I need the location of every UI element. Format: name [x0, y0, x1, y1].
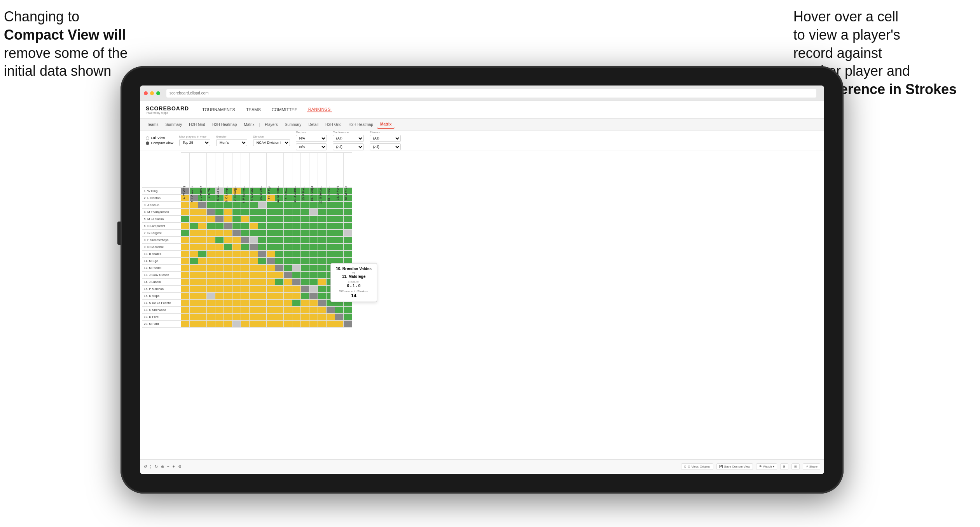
matrix-cell[interactable]	[275, 209, 284, 216]
matrix-cell[interactable]	[292, 209, 301, 216]
matrix-cell[interactable]	[309, 265, 318, 272]
matrix-cell[interactable]	[198, 216, 207, 223]
matrix-cell[interactable]	[224, 209, 232, 216]
matrix-scroll-area[interactable]: 1. W Ding 2. L Clanton 3. J Koivun 4. M …	[140, 150, 824, 459]
matrix-cell[interactable]	[190, 286, 198, 293]
matrix-cell[interactable]	[267, 244, 275, 251]
matrix-cell[interactable]	[284, 279, 292, 286]
matrix-cell[interactable]	[215, 244, 224, 251]
matrix-cell[interactable]	[215, 223, 224, 230]
matrix-cell[interactable]	[224, 230, 232, 237]
matrix-cell[interactable]	[275, 272, 284, 279]
matrix-cell[interactable]	[207, 244, 215, 251]
matrix-cell[interactable]	[250, 251, 258, 258]
matrix-cell[interactable]	[207, 314, 215, 321]
matrix-cell[interactable]	[232, 307, 241, 314]
matrix-cell[interactable]	[284, 314, 292, 321]
matrix-cell[interactable]	[275, 258, 284, 265]
matrix-cell[interactable]	[335, 237, 344, 244]
matrix-cell[interactable]	[275, 279, 284, 286]
matrix-cell[interactable]	[241, 251, 250, 258]
matrix-cell[interactable]	[207, 237, 215, 244]
matrix-cell[interactable]	[224, 321, 232, 328]
matrix-cell[interactable]	[309, 258, 318, 265]
matrix-cell[interactable]	[284, 237, 292, 244]
matrix-cell[interactable]	[190, 251, 198, 258]
matrix-cell[interactable]	[284, 209, 292, 216]
matrix-cell[interactable]	[250, 314, 258, 321]
matrix-cell[interactable]	[267, 314, 275, 321]
matrix-cell[interactable]	[258, 216, 267, 223]
matrix-cell[interactable]	[301, 244, 309, 251]
matrix-cell[interactable]	[198, 202, 207, 209]
matrix-cell[interactable]	[250, 209, 258, 216]
matrix-cell[interactable]	[292, 286, 301, 293]
matrix-cell[interactable]	[207, 223, 215, 230]
matrix-cell[interactable]	[250, 237, 258, 244]
full-view-radio[interactable]	[146, 136, 149, 140]
matrix-cell[interactable]	[250, 223, 258, 230]
matrix-cell[interactable]	[190, 265, 198, 272]
tab-summary[interactable]: Summary	[162, 121, 185, 128]
matrix-cell[interactable]	[318, 237, 327, 244]
matrix-cell[interactable]	[207, 307, 215, 314]
matrix-cell[interactable]	[215, 279, 224, 286]
matrix-cell[interactable]	[198, 223, 207, 230]
matrix-cell[interactable]	[292, 244, 301, 251]
matrix-cell[interactable]	[327, 321, 335, 328]
matrix-cell[interactable]	[309, 230, 318, 237]
matrix-cell[interactable]	[258, 230, 267, 237]
matrix-cell[interactable]	[267, 230, 275, 237]
matrix-cell[interactable]	[190, 230, 198, 237]
matrix-cell[interactable]	[198, 279, 207, 286]
matrix-cell[interactable]	[190, 272, 198, 279]
matrix-cell[interactable]	[258, 209, 267, 216]
tab-players-matrix[interactable]: Matrix	[377, 120, 395, 129]
matrix-cell[interactable]	[224, 216, 232, 223]
matrix-cell[interactable]	[190, 216, 198, 223]
compact-view-radio[interactable]	[146, 141, 149, 145]
matrix-cell[interactable]	[284, 293, 292, 300]
matrix-cell[interactable]	[318, 272, 327, 279]
matrix-cell[interactable]	[215, 272, 224, 279]
undo-icon[interactable]: ↺	[144, 464, 147, 469]
matrix-cell[interactable]	[241, 237, 250, 244]
matrix-cell[interactable]	[207, 251, 215, 258]
matrix-cell[interactable]	[292, 258, 301, 265]
matrix-cell[interactable]	[224, 251, 232, 258]
matrix-cell[interactable]	[198, 314, 207, 321]
matrix-cell[interactable]	[198, 265, 207, 272]
matrix-cell[interactable]	[190, 279, 198, 286]
matrix-cell[interactable]	[275, 286, 284, 293]
matrix-cell[interactable]	[318, 321, 327, 328]
matrix-cell[interactable]	[327, 202, 335, 209]
matrix-cell[interactable]	[198, 209, 207, 216]
matrix-cell[interactable]	[284, 300, 292, 307]
minus-icon[interactable]: −	[167, 464, 169, 469]
matrix-cell[interactable]	[335, 321, 344, 328]
matrix-cell[interactable]	[181, 251, 190, 258]
matrix-cell[interactable]	[301, 314, 309, 321]
matrix-cell[interactable]	[327, 216, 335, 223]
matrix-cell[interactable]	[301, 272, 309, 279]
matrix-cell[interactable]	[215, 230, 224, 237]
matrix-cell[interactable]	[309, 279, 318, 286]
redo-icon[interactable]: ↻	[155, 464, 158, 469]
matrix-cell[interactable]	[327, 230, 335, 237]
matrix-cell[interactable]	[318, 223, 327, 230]
matrix-cell[interactable]	[181, 307, 190, 314]
matrix-cell[interactable]	[309, 202, 318, 209]
matrix-cell[interactable]	[301, 307, 309, 314]
matrix-cell[interactable]	[215, 258, 224, 265]
save-custom-btn[interactable]: 💾 Save Custom View	[716, 463, 753, 470]
tab-h2h-heatmap[interactable]: H2H Heatmap	[209, 121, 240, 128]
matrix-cell[interactable]	[258, 293, 267, 300]
matrix-cell[interactable]	[241, 230, 250, 237]
matrix-cell[interactable]	[190, 307, 198, 314]
matrix-cell[interactable]	[215, 314, 224, 321]
matrix-cell[interactable]	[301, 321, 309, 328]
matrix-cell[interactable]	[301, 223, 309, 230]
matrix-cell[interactable]	[301, 216, 309, 223]
matrix-cell[interactable]	[335, 216, 344, 223]
matrix-cell[interactable]	[292, 279, 301, 286]
